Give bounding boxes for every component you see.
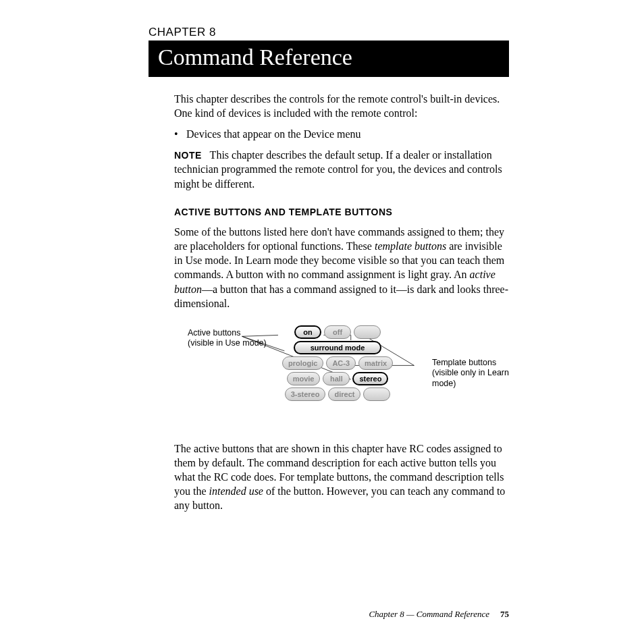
para-buttons-explain: Some of the buttons listed here don't ha… <box>174 225 509 311</box>
diagram-button-3-stereo: 3-stereo <box>285 387 326 401</box>
diagram-button-blank <box>363 387 390 401</box>
callout-template-buttons: Template buttons (visible only in Learn … <box>432 358 527 390</box>
intro-paragraph: This chapter describes the controls for … <box>174 92 509 120</box>
button-diagram: Active buttons (visible in Use mode) Tem… <box>167 325 509 433</box>
diagram-button-matrix: matrix <box>358 356 393 370</box>
diagram-button-stereo: stereo <box>352 372 388 385</box>
diagram-button-AC-3: AC-3 <box>326 356 356 370</box>
subhead-active-template: ACTIVE BUTTONS AND TEMPLATE BUTTONS <box>174 206 509 218</box>
diagram-button-off: off <box>324 325 351 339</box>
page-title: Command Reference <box>149 41 509 77</box>
para-rc-codes: The active buttons that are shown in thi… <box>174 441 509 513</box>
diagram-button-movie: movie <box>287 372 321 385</box>
button-cluster: onoff surround modeprologicAC-3matrixmov… <box>282 325 393 403</box>
diagram-button-blank <box>354 325 381 339</box>
bullet-device-menu: Devices that appear on the Device menu <box>174 127 509 141</box>
page-number: 75 <box>500 609 509 619</box>
diagram-button-surround mode: surround mode <box>294 341 381 354</box>
diagram-button-prologic: prologic <box>282 356 323 370</box>
callout-active-buttons: Active buttons (visible in Use mode) <box>188 328 275 349</box>
chapter-label: CHAPTER 8 <box>149 26 509 39</box>
note-label: NOTE <box>174 150 202 161</box>
page-footer: Chapter 8 — Command Reference75 <box>369 609 509 620</box>
diagram-button-on: on <box>294 325 321 339</box>
note-paragraph: NOTE This chapter describes the default … <box>174 148 509 190</box>
diagram-button-direct: direct <box>328 387 360 401</box>
diagram-button-hall: hall <box>323 372 350 385</box>
note-text: This chapter describes the default setup… <box>174 149 502 189</box>
